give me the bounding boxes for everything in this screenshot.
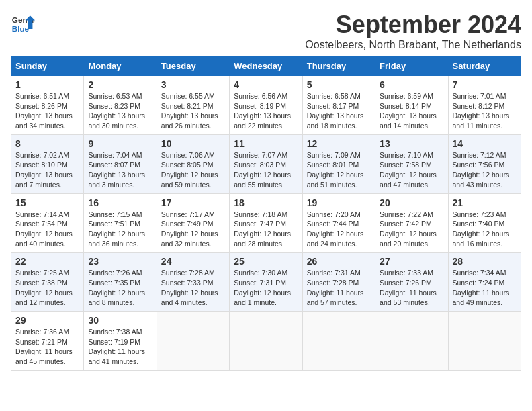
calendar-cell: 8Sunrise: 7:02 AMSunset: 8:10 PMDaylight…: [11, 134, 84, 193]
calendar-cell: 30Sunrise: 7:38 AMSunset: 7:19 PMDayligh…: [84, 312, 157, 371]
day-info: Sunrise: 7:02 AMSunset: 8:10 PMDaylight:…: [15, 150, 79, 190]
day-number: 25: [234, 256, 298, 267]
calendar-cell: 18Sunrise: 7:18 AMSunset: 7:47 PMDayligh…: [230, 193, 302, 253]
column-header-friday: Friday: [375, 57, 448, 76]
calendar-cell: 2Sunrise: 6:53 AMSunset: 8:23 PMDaylight…: [84, 76, 157, 135]
day-number: 7: [453, 79, 517, 90]
day-info: Sunrise: 7:04 AMSunset: 8:07 PMDaylight:…: [88, 150, 152, 190]
day-number: 14: [453, 138, 517, 149]
day-number: 9: [88, 138, 152, 149]
day-number: 8: [15, 138, 79, 149]
day-number: 16: [88, 197, 152, 208]
calendar-cell: 21Sunrise: 7:23 AMSunset: 7:40 PMDayligh…: [448, 193, 521, 253]
day-info: Sunrise: 7:17 AMSunset: 7:49 PMDaylight:…: [161, 210, 225, 249]
calendar-cell: 15Sunrise: 7:14 AMSunset: 7:54 PMDayligh…: [11, 193, 84, 253]
svg-text:Blue: Blue: [12, 24, 30, 33]
day-number: 3: [161, 79, 225, 90]
calendar-cell: 16Sunrise: 7:15 AMSunset: 7:51 PMDayligh…: [84, 193, 157, 253]
day-info: Sunrise: 7:10 AMSunset: 7:58 PMDaylight:…: [380, 150, 443, 190]
day-number: 19: [307, 197, 371, 208]
day-info: Sunrise: 7:34 AMSunset: 7:24 PMDaylight:…: [453, 268, 517, 308]
calendar-cell: 22Sunrise: 7:25 AMSunset: 7:38 PMDayligh…: [11, 253, 84, 312]
day-number: 22: [15, 256, 79, 267]
day-info: Sunrise: 7:07 AMSunset: 8:03 PMDaylight:…: [234, 150, 298, 190]
day-info: Sunrise: 7:22 AMSunset: 7:42 PMDaylight:…: [380, 210, 443, 249]
day-info: Sunrise: 7:06 AMSunset: 8:05 PMDaylight:…: [161, 150, 225, 190]
calendar-cell: [375, 312, 448, 371]
day-info: Sunrise: 7:38 AMSunset: 7:19 PMDaylight:…: [88, 327, 152, 367]
day-number: 20: [380, 197, 443, 208]
calendar-cell: 25Sunrise: 7:30 AMSunset: 7:31 PMDayligh…: [230, 253, 302, 312]
calendar-cell: 12Sunrise: 7:09 AMSunset: 8:01 PMDayligh…: [302, 134, 375, 193]
day-info: Sunrise: 6:56 AMSunset: 8:19 PMDaylight:…: [234, 91, 298, 131]
calendar-table: SundayMondayTuesdayWednesdayThursdayFrid…: [11, 56, 521, 371]
day-number: 12: [307, 138, 371, 149]
calendar-cell: 24Sunrise: 7:28 AMSunset: 7:33 PMDayligh…: [157, 253, 229, 312]
column-header-monday: Monday: [84, 57, 157, 76]
column-header-saturday: Saturday: [448, 57, 521, 76]
month-title: September 2024: [305, 11, 521, 39]
day-number: 29: [15, 315, 79, 326]
calendar-cell: 9Sunrise: 7:04 AMSunset: 8:07 PMDaylight…: [84, 134, 157, 193]
day-info: Sunrise: 7:01 AMSunset: 8:12 PMDaylight:…: [453, 91, 517, 131]
day-info: Sunrise: 7:31 AMSunset: 7:28 PMDaylight:…: [307, 268, 371, 308]
day-number: 2: [88, 79, 152, 90]
day-info: Sunrise: 7:28 AMSunset: 7:33 PMDaylight:…: [161, 268, 225, 308]
day-number: 24: [161, 256, 225, 267]
calendar-cell: 10Sunrise: 7:06 AMSunset: 8:05 PMDayligh…: [157, 134, 229, 193]
column-header-wednesday: Wednesday: [230, 57, 302, 76]
day-number: 17: [161, 197, 225, 208]
day-number: 26: [307, 256, 371, 267]
column-header-thursday: Thursday: [302, 57, 375, 76]
title-area: September 2024 Oostelbeers, North Braban…: [305, 11, 521, 51]
calendar-cell: 26Sunrise: 7:31 AMSunset: 7:28 PMDayligh…: [302, 253, 375, 312]
day-info: Sunrise: 7:25 AMSunset: 7:38 PMDaylight:…: [15, 268, 79, 308]
day-info: Sunrise: 7:33 AMSunset: 7:26 PMDaylight:…: [380, 268, 443, 308]
day-info: Sunrise: 7:12 AMSunset: 7:56 PMDaylight:…: [453, 150, 517, 190]
day-number: 18: [234, 197, 298, 208]
day-number: 21: [453, 197, 517, 208]
day-info: Sunrise: 7:18 AMSunset: 7:47 PMDaylight:…: [234, 210, 298, 249]
day-number: 13: [380, 138, 443, 149]
calendar-cell: 17Sunrise: 7:17 AMSunset: 7:49 PMDayligh…: [157, 193, 229, 253]
day-info: Sunrise: 7:36 AMSunset: 7:21 PMDaylight:…: [15, 327, 79, 367]
day-info: Sunrise: 7:26 AMSunset: 7:35 PMDaylight:…: [88, 268, 152, 308]
column-header-sunday: Sunday: [11, 57, 84, 76]
calendar-cell: 19Sunrise: 7:20 AMSunset: 7:44 PMDayligh…: [302, 193, 375, 253]
calendar-cell: 1Sunrise: 6:51 AMSunset: 8:26 PMDaylight…: [11, 76, 84, 135]
day-number: 10: [161, 138, 225, 149]
calendar-cell: [302, 312, 375, 371]
page-header: General Blue September 2024 Oostelbeers,…: [11, 11, 521, 51]
day-number: 30: [88, 315, 152, 326]
logo-icon: General Blue: [11, 11, 35, 35]
day-info: Sunrise: 6:51 AMSunset: 8:26 PMDaylight:…: [15, 91, 79, 131]
calendar-week-row: 1Sunrise: 6:51 AMSunset: 8:26 PMDaylight…: [11, 76, 521, 135]
day-info: Sunrise: 7:14 AMSunset: 7:54 PMDaylight:…: [15, 210, 79, 249]
calendar-cell: [448, 312, 521, 371]
calendar-cell: 5Sunrise: 6:58 AMSunset: 8:17 PMDaylight…: [302, 76, 375, 135]
calendar-cell: 4Sunrise: 6:56 AMSunset: 8:19 PMDaylight…: [230, 76, 302, 135]
calendar-cell: 13Sunrise: 7:10 AMSunset: 7:58 PMDayligh…: [375, 134, 448, 193]
day-number: 4: [234, 79, 298, 90]
day-info: Sunrise: 6:55 AMSunset: 8:21 PMDaylight:…: [161, 91, 225, 131]
day-number: 23: [88, 256, 152, 267]
calendar-cell: 27Sunrise: 7:33 AMSunset: 7:26 PMDayligh…: [375, 253, 448, 312]
day-number: 27: [380, 256, 443, 267]
calendar-cell: 20Sunrise: 7:22 AMSunset: 7:42 PMDayligh…: [375, 193, 448, 253]
day-info: Sunrise: 7:20 AMSunset: 7:44 PMDaylight:…: [307, 210, 371, 249]
day-info: Sunrise: 7:15 AMSunset: 7:51 PMDaylight:…: [88, 210, 152, 249]
day-number: 1: [15, 79, 79, 90]
day-number: 5: [307, 79, 371, 90]
logo: General Blue: [11, 11, 38, 35]
calendar-header-row: SundayMondayTuesdayWednesdayThursdayFrid…: [11, 57, 521, 76]
calendar-week-row: 8Sunrise: 7:02 AMSunset: 8:10 PMDaylight…: [11, 134, 521, 193]
calendar-cell: 14Sunrise: 7:12 AMSunset: 7:56 PMDayligh…: [448, 134, 521, 193]
calendar-cell: 3Sunrise: 6:55 AMSunset: 8:21 PMDaylight…: [157, 76, 229, 135]
column-header-tuesday: Tuesday: [157, 57, 229, 76]
calendar-week-row: 22Sunrise: 7:25 AMSunset: 7:38 PMDayligh…: [11, 253, 521, 312]
day-number: 15: [15, 197, 79, 208]
calendar-cell: [157, 312, 229, 371]
location-title: Oostelbeers, North Brabant, The Netherla…: [305, 39, 521, 51]
calendar-cell: 7Sunrise: 7:01 AMSunset: 8:12 PMDaylight…: [448, 76, 521, 135]
day-info: Sunrise: 7:09 AMSunset: 8:01 PMDaylight:…: [307, 150, 371, 190]
